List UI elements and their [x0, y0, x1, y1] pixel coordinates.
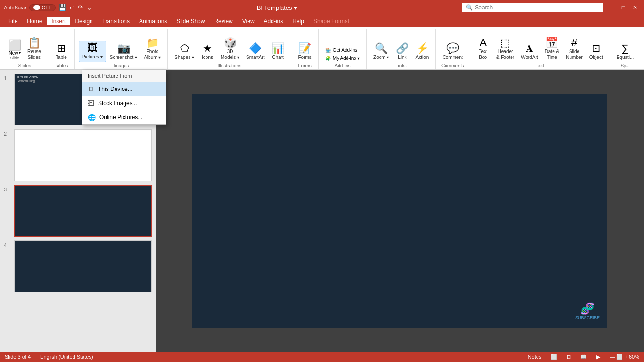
comment-label: Comment — [442, 55, 462, 60]
slide-number-button[interactable]: # SlideNumber — [563, 36, 586, 62]
menu-view[interactable]: View — [238, 17, 259, 25]
slide-thumb-4[interactable] — [14, 240, 152, 292]
comment-button[interactable]: 💬 Comment — [439, 41, 465, 62]
menu-addins[interactable]: Add-ins — [259, 17, 288, 25]
object-button[interactable]: ⊡ Object — [586, 41, 606, 62]
header-footer-label: Header& Footer — [496, 49, 514, 60]
reuse-slides-button[interactable]: 📋 ReuseSlides — [25, 36, 44, 62]
pictures-icon: 🖼 — [87, 43, 98, 53]
language: English (United States) — [40, 354, 93, 360]
menu-insert[interactable]: Insert — [47, 17, 70, 25]
dropdown-item-online-pictures[interactable]: 🌐 Online Pictures... — [82, 110, 166, 124]
equation-label: Equati... — [617, 55, 634, 60]
zoom-label: Zoom ▾ — [373, 55, 389, 60]
date-time-button[interactable]: 📅 Date &Time — [542, 36, 562, 62]
view-reading-icon[interactable]: 📖 — [580, 354, 587, 360]
images-group-label: Images — [114, 63, 129, 69]
textbox-label: TextBox — [479, 49, 487, 60]
minimize-button[interactable]: ─ — [607, 4, 617, 11]
get-addins-icon: 🏪 — [325, 48, 331, 53]
wordart-label: WordArt — [521, 55, 538, 60]
forms-button[interactable]: 📝 Forms — [295, 41, 314, 62]
slide-number-1: 1 — [4, 75, 11, 81]
dropdown-item-stock-images[interactable]: 🖼 Stock Images... — [82, 96, 166, 110]
chart-button[interactable]: 📊 Chart — [268, 41, 287, 62]
link-button[interactable]: 🔗 Link — [393, 41, 412, 62]
view-slideshow-icon[interactable]: ▶ — [596, 354, 600, 360]
action-button[interactable]: ⚡ Action — [413, 41, 431, 62]
menu-animations[interactable]: Animations — [134, 17, 172, 25]
new-slide-button[interactable]: ⬜ New ▾ Slide — [6, 38, 24, 62]
save-icon[interactable]: 💾 — [58, 4, 66, 11]
close-button[interactable]: ✕ — [630, 4, 640, 11]
slide-thumb-2[interactable] — [14, 129, 152, 181]
wordart-button[interactable]: 𝐀 WordArt — [518, 41, 541, 62]
zoom-controls[interactable]: — ⬜ + 60% — [610, 354, 639, 360]
menu-help[interactable]: Help — [288, 17, 309, 25]
menu-transitions[interactable]: Transitions — [98, 17, 134, 25]
equation-button[interactable]: ∑ Equati... — [614, 41, 637, 62]
header-footer-button[interactable]: ⬚ Header& Footer — [494, 36, 517, 62]
undo-icon[interactable]: ↩ — [69, 4, 75, 11]
textbox-button[interactable]: A TextBox — [474, 36, 493, 62]
view-sorter-icon[interactable]: ⊞ — [567, 354, 571, 360]
slide-canvas: 🧬 SUBSCRIBE — [156, 70, 644, 352]
stock-images-label: Stock Images... — [98, 100, 137, 107]
redo-icon[interactable]: ↷ — [78, 4, 83, 11]
addins-group-items: 🏪 Get Add-ins 🧩 My Add-ins ▾ — [322, 29, 363, 62]
forms-icon: 📝 — [298, 43, 311, 54]
table-label: Table — [56, 55, 67, 60]
my-addins-button[interactable]: 🧩 My Add-ins ▾ — [322, 54, 363, 62]
zoom-button[interactable]: 🔍 Zoom ▾ — [371, 41, 392, 62]
shapes-button[interactable]: ⬠ Shapes ▾ — [172, 41, 197, 62]
object-label: Object — [589, 55, 603, 60]
shapes-icon: ⬠ — [180, 43, 189, 54]
search-input[interactable] — [475, 4, 600, 11]
table-button[interactable]: ⊞ Table — [52, 41, 71, 62]
online-pictures-label: Online Pictures... — [99, 114, 142, 121]
new-slide-label: New ▾ — [8, 50, 20, 56]
view-normal-icon[interactable]: ⬜ — [551, 354, 557, 360]
notes-button[interactable]: Notes — [528, 354, 542, 360]
get-addins-button[interactable]: 🏪 Get Add-ins — [322, 46, 363, 54]
customize-icon[interactable]: ⌄ — [86, 4, 92, 11]
slide-thumb-3[interactable] — [14, 185, 152, 237]
ribbon-group-images: 🖼 Pictures ▾ 📷 Screenshot ▾ 📁 PhotoAlbum… — [75, 29, 168, 69]
screenshot-icon: 📷 — [117, 43, 130, 54]
pictures-button[interactable]: 🖼 Pictures ▾ — [79, 41, 106, 62]
icons-button[interactable]: ★ Icons — [198, 41, 217, 62]
autosave-toggle[interactable]: OFF — [29, 4, 56, 11]
menu-file[interactable]: File — [4, 17, 22, 25]
menu-slideshow[interactable]: Slide Show — [172, 17, 209, 25]
zoom-icon: 🔍 — [375, 43, 388, 54]
autosave-label: AutoSave — [4, 5, 26, 10]
icons-label: Icons — [202, 55, 213, 60]
photo-album-button[interactable]: 📁 PhotoAlbum ▾ — [141, 36, 164, 62]
search-bar[interactable]: 🔍 — [462, 3, 603, 12]
new-slide-sublabel: Slide — [10, 56, 19, 60]
text-group-label: Text — [536, 63, 544, 69]
shapes-label: Shapes ▾ — [174, 55, 194, 60]
menu-review[interactable]: Review — [209, 17, 237, 25]
illustrations-group-items: ⬠ Shapes ▾ ★ Icons 🎲 3DModels ▾ 🔷 SmartA… — [172, 29, 287, 62]
link-label: Link — [398, 55, 406, 60]
links-group-label: Links — [396, 63, 406, 69]
menu-shape-format[interactable]: Shape Format — [309, 17, 354, 25]
smartart-button[interactable]: 🔷 SmartArt — [243, 41, 267, 62]
my-addins-icon: 🧩 — [325, 56, 331, 61]
subscribe-icon-glyph: 🧬 — [575, 302, 600, 315]
3d-models-button[interactable]: 🎲 3DModels ▾ — [218, 36, 242, 62]
dropdown-item-this-device[interactable]: 🖥 This Device... — [82, 82, 166, 96]
status-bar: Slide 3 of 4 English (United States) Not… — [0, 352, 644, 362]
links-group-items: 🔍 Zoom ▾ 🔗 Link ⚡ Action — [371, 29, 431, 62]
comments-group-items: 💬 Comment — [439, 29, 465, 62]
menu-home[interactable]: Home — [22, 17, 47, 25]
maximize-button[interactable]: □ — [619, 4, 628, 11]
comment-icon: 💬 — [446, 43, 459, 54]
screenshot-button[interactable]: 📷 Screenshot ▾ — [107, 41, 140, 62]
menu-design[interactable]: Design — [70, 17, 97, 25]
date-time-label: Date &Time — [545, 49, 560, 60]
slide-count: Slide 3 of 4 — [5, 354, 31, 360]
dropdown-header: Insert Picture From — [82, 70, 166, 82]
tables-group-label: Tables — [54, 63, 68, 69]
